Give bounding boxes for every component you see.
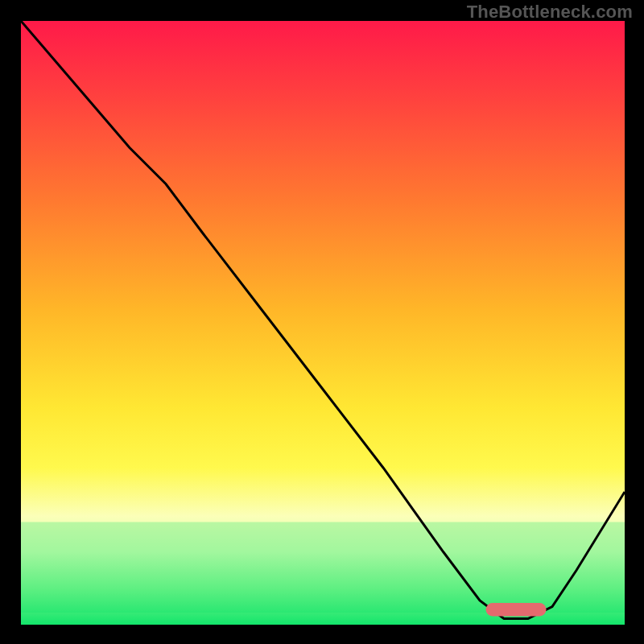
- watermark-text: TheBottleneck.com: [467, 2, 633, 23]
- chart-container: TheBottleneck.com: [0, 0, 644, 644]
- plot-area: [21, 21, 625, 625]
- chart-svg: [21, 21, 625, 625]
- optimal-marker: [486, 603, 547, 617]
- optimal-band: [21, 522, 625, 613]
